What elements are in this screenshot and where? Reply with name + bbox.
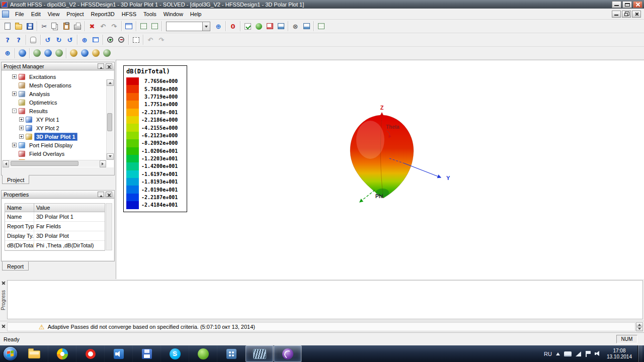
print-button[interactable] <box>72 21 83 32</box>
tree-item-mesh-operations[interactable]: Mesh Operations <box>3 81 107 89</box>
action-center-flag-icon[interactable] <box>585 351 591 357</box>
save-button[interactable] <box>24 21 35 32</box>
validate-button[interactable] <box>242 21 253 32</box>
language-indicator[interactable]: RU <box>544 351 552 357</box>
orient-isometric-button[interactable] <box>17 48 28 59</box>
tree-expand-toggle[interactable]: + <box>12 74 17 79</box>
datasets-button[interactable] <box>315 21 327 32</box>
progress-close-button[interactable] <box>1 281 7 286</box>
tree-item-results[interactable]: -Results <box>3 107 107 115</box>
tree-item-xy-plot-2[interactable]: +XY Plot 2 <box>3 124 107 132</box>
menu-item-help[interactable]: Help <box>187 10 205 19</box>
menu-item-view[interactable]: View <box>44 10 63 19</box>
properties-titlebar[interactable]: Properties <box>2 191 114 199</box>
zoom-out-button[interactable] <box>116 34 127 45</box>
network-icon[interactable] <box>576 351 581 356</box>
mdi-minimize-button[interactable] <box>612 11 621 18</box>
zero-order-button[interactable]: 0 <box>227 21 238 32</box>
redo-button[interactable]: ↷ <box>109 21 120 32</box>
panel-close-button[interactable] <box>106 63 112 69</box>
menu-item-tools[interactable]: Tools <box>140 10 160 19</box>
property-value-cell[interactable]: Far Fields <box>34 222 105 231</box>
green-app-taskbar-button[interactable] <box>189 345 217 362</box>
open-file-button[interactable] <box>13 21 24 32</box>
tree-expand-toggle[interactable]: + <box>19 134 24 139</box>
zoom-in-button[interactable] <box>105 34 116 45</box>
project-tab[interactable]: Project <box>2 175 29 184</box>
tree-expand-toggle[interactable]: + <box>19 117 24 122</box>
skype-taskbar-button[interactable]: S <box>161 345 189 362</box>
fit-all-button[interactable]: ⊕ <box>79 34 90 45</box>
close-button[interactable] <box>633 1 642 8</box>
rotate-view-x-button[interactable] <box>68 48 79 59</box>
menu-item-hfss[interactable]: HFSS <box>118 10 140 19</box>
help-button[interactable]: ? <box>2 34 13 45</box>
rotate-current-axis-button[interactable]: ↻ <box>53 34 64 45</box>
menu-item-window[interactable]: Window <box>160 10 187 19</box>
windows-explorer-taskbar-button[interactable] <box>20 345 48 362</box>
menu-item-report3d[interactable]: Report3D <box>88 10 118 19</box>
rotate-view-y-button[interactable] <box>79 48 90 59</box>
volume-app-taskbar-button[interactable] <box>105 345 133 362</box>
message-scroll-down-button[interactable] <box>636 327 643 332</box>
orient-side-button[interactable] <box>42 48 53 59</box>
show-desktop-button[interactable] <box>637 345 642 362</box>
scroll-up-button[interactable] <box>107 79 114 86</box>
create-report-button[interactable] <box>301 21 312 32</box>
next-view-button[interactable]: ↷ <box>156 34 167 45</box>
column-header-name[interactable]: Name <box>5 204 34 212</box>
optimetrics-results-button[interactable]: ⊗ <box>290 21 301 32</box>
tree-expand-toggle[interactable]: + <box>12 143 17 147</box>
properties-close-button[interactable] <box>106 192 112 197</box>
tree-item-optimetrics[interactable]: Optimetrics <box>3 98 107 107</box>
undo-button[interactable]: ↶ <box>98 21 109 32</box>
orient-top-button[interactable] <box>31 48 42 59</box>
pan-button[interactable] <box>28 34 39 45</box>
vertical-scroll-thumb[interactable] <box>107 113 112 131</box>
property-value-cell[interactable]: 3D Polar Plot <box>34 231 105 240</box>
mdi-child-icon[interactable] <box>2 11 9 18</box>
horizontal-scroll-thumb[interactable] <box>11 161 78 166</box>
properties-pin-button[interactable] <box>98 192 104 197</box>
delete-button[interactable]: ✖ <box>87 21 98 32</box>
solution-setup-button[interactable] <box>138 21 149 32</box>
spin-view-button[interactable] <box>101 48 112 59</box>
panel-pin-button[interactable] <box>98 63 104 69</box>
keyboard-icon[interactable] <box>564 351 572 356</box>
paste-button[interactable] <box>61 21 72 32</box>
new-file-button[interactable] <box>2 21 13 32</box>
project-tree-vscrollbar[interactable] <box>106 79 113 160</box>
frequency-sweep-button[interactable] <box>149 21 160 32</box>
tree-item-port-field-display[interactable]: +Port Field Display <box>3 141 107 149</box>
scroll-right-button[interactable] <box>100 160 106 167</box>
property-value-cell[interactable]: Phi ,Theta ,dB(DirTotal) <box>34 241 105 250</box>
message-scroll-up-button[interactable] <box>636 322 643 327</box>
window-pane-button[interactable] <box>123 21 134 32</box>
previous-view-button[interactable]: ↶ <box>145 34 156 45</box>
analyze-all-button[interactable] <box>253 21 264 32</box>
taskbar-clock[interactable]: 17:08 13.10.2014 <box>607 348 632 360</box>
solution-select-dropdown[interactable] <box>166 22 210 31</box>
menu-item-file[interactable]: File <box>12 10 28 19</box>
hfss-coil-app-taskbar-button[interactable] <box>246 345 274 362</box>
save-tool-taskbar-button[interactable] <box>133 345 161 362</box>
context-help-button[interactable]: ? <box>13 34 24 45</box>
start-button[interactable] <box>0 345 20 362</box>
menu-item-project[interactable]: Project <box>63 10 87 19</box>
tree-item-analysis[interactable]: +Analysis <box>3 89 107 98</box>
tree-expand-toggle[interactable]: - <box>12 109 17 113</box>
project-tree-hscrollbar[interactable] <box>3 160 106 167</box>
zoom-window-button[interactable] <box>130 34 141 45</box>
cut-button[interactable]: ✂ <box>39 21 50 32</box>
ansoft-app-taskbar-button[interactable] <box>274 345 302 362</box>
rotate-view-z-button[interactable] <box>90 48 101 59</box>
property-value-cell[interactable]: 3D Polar Plot 1 <box>34 212 105 221</box>
menu-item-edit[interactable]: Edit <box>28 10 44 19</box>
tree-item-excitations[interactable]: +Excitations <box>3 72 107 81</box>
copy-button[interactable] <box>50 21 61 32</box>
tree-item-3d-polar-plot-1[interactable]: +3D Polar Plot 1 <box>3 132 107 141</box>
orient-front-button[interactable] <box>53 48 64 59</box>
scroll-down-button[interactable] <box>107 153 114 160</box>
message-close-button[interactable] <box>1 324 7 329</box>
scroll-left-button[interactable] <box>3 160 9 167</box>
